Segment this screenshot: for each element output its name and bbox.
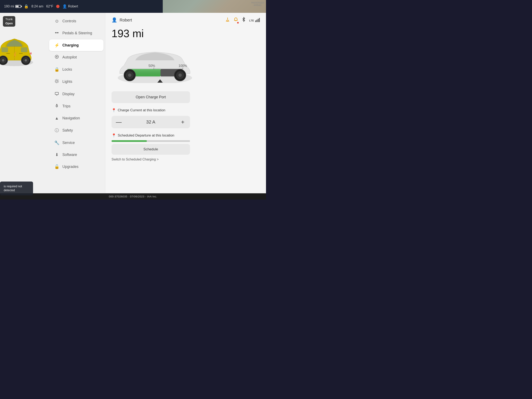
lte-label: LTE [249, 19, 254, 22]
range-value: 193 mi [4, 5, 14, 8]
software-icon: ⬇ [54, 152, 59, 157]
user-item: 👤 Robert [62, 4, 78, 9]
charging-label: Charging [62, 43, 79, 48]
svg-point-9 [25, 59, 27, 62]
scheduled-departure-text: Scheduled Departure at this location [118, 133, 174, 138]
svg-point-16 [56, 80, 58, 82]
lte-signal: LTE [249, 18, 260, 22]
status-user-name: Robert [68, 5, 78, 8]
airbag-label: PASSENGERAIRBAG [251, 2, 264, 6]
record-item [56, 5, 59, 8]
software-label: Software [62, 153, 77, 157]
charging-panel: 👤 Robert [105, 13, 266, 193]
svg-rect-2 [21, 48, 27, 52]
safety-label: Safety [62, 128, 73, 133]
svg-text:50%: 50% [148, 64, 155, 68]
amp-control: — 32 A + [112, 116, 190, 128]
charge-current-label: 📍 Charge Current at this location [112, 108, 260, 113]
sidebar-item-lights[interactable]: Lights [49, 76, 103, 88]
locks-icon: 🔒 [54, 67, 59, 72]
trunk-label: Trunk [5, 17, 13, 21]
download-button[interactable] [225, 17, 230, 23]
signal-bar-3 [258, 19, 259, 22]
main-content: Trunk Open [0, 13, 266, 193]
schedule-button[interactable]: Schedule [112, 144, 190, 155]
service-icon: 🔧 [54, 140, 59, 145]
amp-increase-button[interactable]: + [176, 116, 190, 128]
controls-icon: ⊙ [54, 19, 59, 24]
svg-rect-25 [55, 92, 58, 95]
trips-label: Trips [62, 104, 70, 108]
user-icon: 👤 [62, 4, 67, 9]
sidebar-item-display[interactable]: Display [49, 88, 103, 100]
profile-name: Robert [120, 18, 132, 23]
sidebar-item-upgrades[interactable]: 🔓 Upgrades [49, 161, 103, 172]
battery-visualization: 50% 100% [112, 42, 198, 87]
svg-text:100%: 100% [179, 64, 187, 68]
upgrades-icon: 🔓 [54, 164, 59, 169]
time-item: 8:24 am [32, 5, 43, 8]
svg-rect-12 [55, 32, 57, 33]
range-display: 193 mi [4, 5, 21, 8]
car-image [0, 25, 39, 83]
temp-item: 62°F [46, 5, 53, 8]
location-pin-icon: 📍 [112, 108, 116, 113]
navigation-label: Navigation [62, 116, 80, 120]
warning-text: is required not detected [4, 185, 22, 192]
sidebar-item-software[interactable]: ⬇ Software [49, 149, 103, 160]
svg-point-46 [178, 74, 182, 77]
locks-label: Locks [62, 67, 72, 72]
map-background [163, 0, 266, 13]
notification-button[interactable] [233, 17, 238, 23]
trips-icon [54, 104, 59, 109]
profile-header: 👤 Robert [112, 17, 260, 23]
sidebar: ⊙ Controls Pedals & Steering ⚡ Charging … [48, 13, 105, 193]
range-value-large: 193 mi [112, 27, 260, 40]
sidebar-item-navigation[interactable]: ▲ Navigation [49, 113, 103, 124]
profile-icons: LTE [225, 17, 260, 23]
car-svg [0, 25, 35, 79]
amp-value-display: 32 A [126, 119, 176, 125]
sidebar-item-pedals[interactable]: Pedals & Steering [49, 27, 103, 39]
bottom-bar-text: 000-37026035 · 07/06/2023 - IAA Inc. [109, 195, 157, 198]
sidebar-item-trips[interactable]: Trips [49, 100, 103, 112]
switch-charging-link[interactable]: Switch to Scheduled Charging > [112, 157, 260, 162]
svg-line-23 [58, 80, 58, 80]
scheduled-pin-icon: 📍 [112, 133, 116, 138]
sidebar-item-charging[interactable]: ⚡ Charging [49, 39, 103, 51]
trunk-status: Open [5, 21, 13, 25]
bluetooth-button[interactable] [242, 17, 246, 23]
sidebar-item-service[interactable]: 🔧 Service [49, 137, 103, 148]
controls-label: Controls [62, 19, 76, 23]
signal-bar-2 [256, 20, 257, 22]
autopilot-icon [54, 55, 59, 60]
display-icon [54, 91, 59, 97]
amp-decrease-button[interactable]: — [112, 116, 126, 128]
sidebar-item-autopilot[interactable]: Autopilot [49, 51, 103, 63]
lights-label: Lights [62, 80, 72, 84]
upgrades-label: Upgrades [62, 165, 78, 169]
notification-dot [237, 22, 239, 24]
svg-rect-10 [6, 53, 10, 54]
temp-value: 62°F [46, 5, 53, 8]
charge-current-section: 📍 Charge Current at this location [112, 108, 260, 113]
lock-icon: 🔒 [24, 4, 28, 9]
svg-rect-13 [57, 32, 58, 33]
profile-user-icon: 👤 [112, 17, 117, 23]
svg-point-15 [56, 56, 57, 57]
schedule-bar-fill [112, 140, 147, 142]
display-label: Display [62, 92, 75, 96]
battery-fill [16, 6, 19, 7]
sidebar-item-safety[interactable]: ⓘ Safety [49, 124, 103, 137]
sidebar-item-controls[interactable]: ⊙ Controls [49, 15, 103, 27]
scheduled-departure-section: 📍 Scheduled Departure at this location S… [112, 133, 260, 162]
sidebar-item-locks[interactable]: 🔒 Locks [49, 63, 103, 75]
charge-current-text: Charge Current at this location [118, 108, 165, 112]
open-charge-port-button[interactable]: Open Charge Port [112, 91, 190, 103]
svg-point-43 [128, 74, 131, 77]
svg-line-24 [55, 82, 56, 82]
navigation-icon: ▲ [54, 116, 59, 120]
time-value: 8:24 am [32, 5, 43, 8]
charging-icon: ⚡ [54, 43, 59, 48]
profile-left: 👤 Robert [112, 17, 132, 23]
